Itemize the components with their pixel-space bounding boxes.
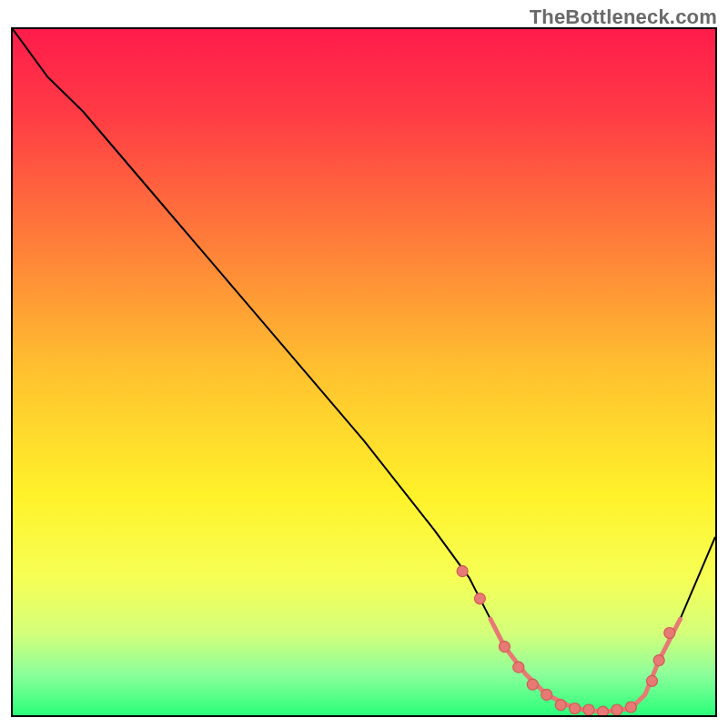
- marker-dot: [583, 704, 594, 715]
- plot-area: [11, 27, 717, 717]
- marker-dot: [457, 566, 468, 577]
- marker-dot: [625, 702, 636, 713]
- marker-dot: [653, 655, 664, 666]
- marker-dot: [527, 679, 538, 690]
- gradient-background: [13, 29, 715, 715]
- watermark-text: TheBottleneck.com: [530, 5, 717, 29]
- chart-stage: TheBottleneck.com: [0, 0, 728, 728]
- marker-dot: [570, 703, 581, 714]
- bottleneck-chart: [13, 29, 715, 715]
- marker-dot: [541, 689, 552, 700]
- marker-dot: [555, 700, 566, 711]
- marker-dot: [647, 675, 658, 686]
- marker-dot: [474, 593, 485, 604]
- marker-dot: [612, 704, 622, 715]
- marker-dot: [664, 628, 675, 639]
- marker-dot: [513, 662, 524, 672]
- marker-dot: [598, 706, 609, 715]
- marker-dot: [499, 642, 510, 652]
